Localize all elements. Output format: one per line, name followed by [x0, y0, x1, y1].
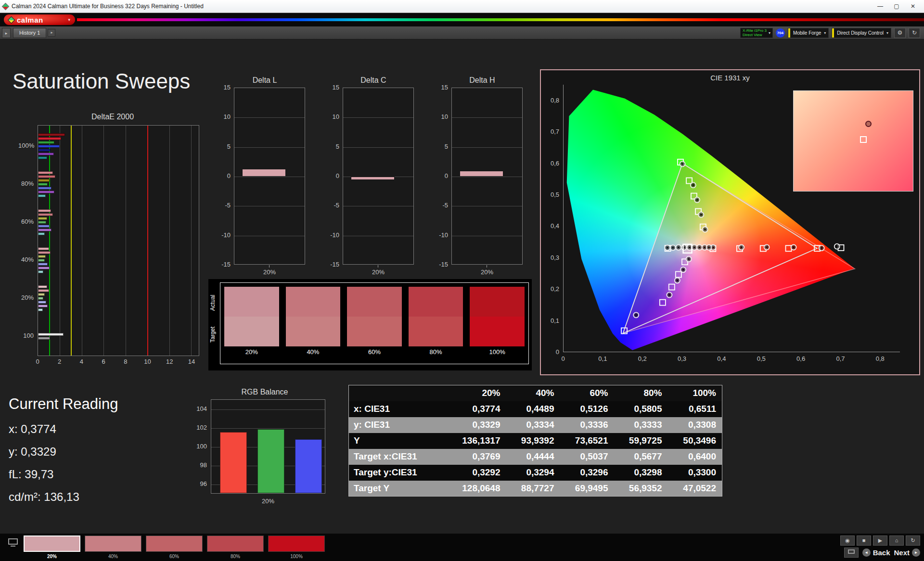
settings-button[interactable]: ⚙ [894, 28, 906, 38]
table-cell: Target Y [349, 481, 452, 497]
bottom-swatch-label: 100% [268, 554, 325, 559]
x-tick-label: 8 [121, 358, 130, 365]
gridline [234, 147, 305, 148]
chevron-down-icon: ▾ [886, 31, 888, 35]
delta-c-y-axis: 151050-5-10-15 [326, 88, 341, 265]
table-row: Target Y128,064888,772769,949556,935247,… [349, 481, 722, 497]
target-swatch [470, 317, 525, 346]
deltae-bar [38, 141, 54, 144]
gridline [169, 126, 170, 356]
gridline [211, 428, 325, 429]
maximize-button[interactable]: ▢ [888, 0, 905, 13]
column-header: 60% [560, 385, 614, 401]
cie-y-tick: 0,2 [544, 285, 559, 293]
table-cell: Target x:CIE31 [349, 449, 452, 465]
y-tick-label: 0 [218, 172, 231, 179]
table-cell: 136,1317 [452, 433, 506, 449]
bottom-swatch-80%[interactable] [207, 536, 264, 552]
delta-h-y-axis: 151050-5-10-15 [435, 88, 449, 265]
cie-x-axis: 00,10,20,30,40,50,60,70,8 [563, 355, 900, 363]
back-label: Back [873, 548, 890, 557]
play-button[interactable]: ▶ [873, 536, 887, 546]
display-button[interactable] [844, 548, 859, 558]
minimize-button[interactable]: — [872, 0, 888, 13]
bottom-swatch-100%[interactable] [268, 536, 325, 552]
delta-h-chart: Delta H 151050-5-10-15 20% [435, 76, 529, 283]
bottom-swatch-60%[interactable] [146, 536, 203, 552]
tab-expand-button[interactable]: ▸ [48, 29, 55, 37]
display-preview-button[interactable] [7, 538, 19, 550]
deltae-bar [38, 156, 47, 159]
reference-line [71, 126, 72, 356]
deltae-bar [38, 285, 47, 288]
cie-zoom-inset [793, 90, 913, 191]
gridline [452, 177, 522, 177]
y-tick-label: 15 [435, 84, 448, 91]
deltae-bar [38, 289, 49, 292]
bottom-swatch-20%[interactable] [24, 536, 80, 552]
deltae-bar [38, 145, 60, 148]
gridline [452, 206, 522, 206]
gear-icon: ⚙ [898, 29, 903, 36]
cie-y-tick: 0,5 [544, 191, 559, 198]
panel-toggle-button[interactable]: ▸ [2, 28, 11, 38]
deltae-bar [38, 308, 43, 311]
meter-label: X-Rite i1Pro 3 Direct View [743, 28, 767, 37]
cie-x-tick: 0,4 [715, 355, 728, 362]
current-reading-y: y: 0,3329 [9, 445, 56, 459]
delta-c-chart: Delta C 151050-5-10-15 20% [326, 76, 421, 283]
y-tick-label: -10 [218, 231, 231, 239]
delta-l-x-label: 20% [234, 268, 305, 276]
y-tick-label: 5 [326, 143, 339, 150]
calman-logo-menu[interactable]: calman ▾ [4, 14, 75, 25]
nav-row-2: ◄ Back Next ► [844, 548, 920, 558]
bottom-swatch-label: 40% [85, 554, 141, 559]
gridline [452, 117, 522, 118]
table-cell: 0,3769 [452, 449, 506, 465]
table-cell: 0,3329 [452, 417, 506, 433]
cie-y-axis: 00,10,20,30,40,50,60,70,8 [544, 85, 561, 352]
swatch-grid: 20%40%60%80%100% [220, 282, 529, 364]
delta-bar [460, 171, 503, 177]
x-tick-label: 14 [187, 358, 196, 365]
rgb-bar-red [220, 432, 247, 493]
gridline [234, 236, 305, 236]
back-button[interactable]: ◄ Back [862, 548, 890, 557]
x-tick-label: 4 [77, 358, 86, 365]
x-tick-label: 0 [33, 358, 42, 365]
swatch-column: 20% [224, 287, 279, 364]
y-tick-label: 10 [435, 113, 448, 120]
gridline [343, 147, 413, 148]
next-button[interactable]: Next ► [894, 548, 920, 557]
y-group-label: 80% [18, 180, 34, 187]
target-row-label: Target [209, 318, 219, 351]
y-tick-label: 96 [191, 480, 207, 487]
source-label: Mobile Forge [793, 30, 821, 36]
home-button[interactable]: ⌂ [889, 536, 904, 546]
bottom-swatch-40%[interactable] [85, 536, 141, 552]
table-cell: 0,3296 [560, 465, 614, 481]
delta-l-y-axis: 151050-5-10-15 [218, 88, 232, 265]
column-header: 100% [668, 385, 722, 401]
display-control-dropdown[interactable]: Direct Display Control ▾ [832, 28, 891, 38]
deltae-bar [38, 301, 46, 304]
refresh-button[interactable]: ↻ [909, 28, 920, 38]
display-control-label: Direct Display Control [837, 30, 884, 36]
stop-button[interactable]: ■ [857, 536, 871, 546]
reference-line [147, 126, 148, 356]
tab-history-1[interactable]: History 1 [13, 28, 46, 38]
table-cell: 73,6521 [560, 433, 614, 449]
table-cell: Y [349, 433, 452, 449]
snapshot-button[interactable]: ◉ [840, 536, 855, 546]
close-button[interactable]: ✕ [905, 0, 921, 13]
source-dropdown[interactable]: Mobile Forge ▾ [788, 28, 829, 38]
bottom-swatch-label: 80% [207, 554, 264, 559]
table-cell: 0,3300 [668, 465, 722, 481]
rgb-x-label: 20% [211, 497, 325, 505]
table-cell: 69,9495 [560, 481, 614, 497]
meter-dropdown[interactable]: X-Rite i1Pro 3 Direct View ▾ [740, 28, 773, 38]
deltae-x-axis: 02468101214 [38, 358, 199, 366]
deltae-bar [38, 217, 47, 220]
refresh-button-2[interactable]: ↻ [906, 536, 920, 546]
x-tick-label: 10 [143, 358, 153, 365]
